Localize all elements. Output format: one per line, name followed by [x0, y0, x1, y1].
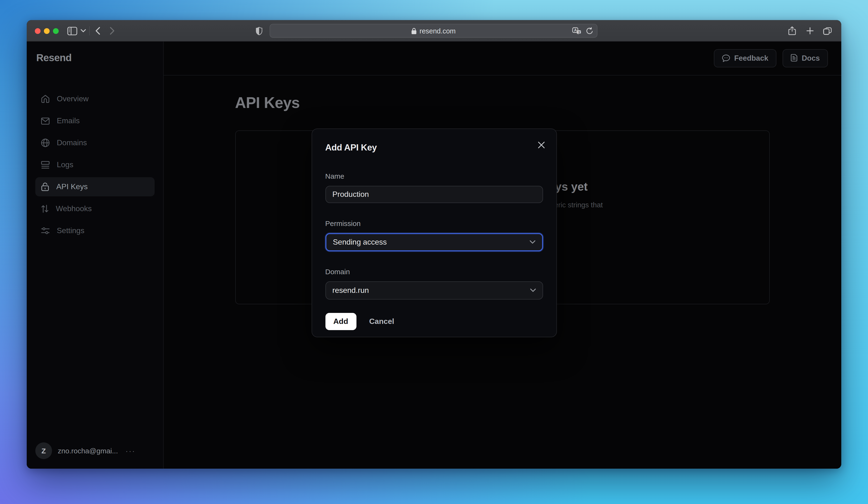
avatar: Z [35, 442, 52, 459]
feedback-button-label: Feedback [734, 54, 768, 63]
sidebar-item-logs[interactable]: Logs [35, 155, 154, 174]
sidebar-toggle-button[interactable] [66, 20, 78, 42]
content-header: Feedback Docs [163, 42, 841, 75]
chevron-down-icon [80, 29, 86, 32]
permission-select-value: Sending access [333, 238, 387, 246]
user-email: zno.rocha@gmai... [58, 447, 118, 455]
modal-title: Add API Key [325, 142, 377, 153]
modal-close-button[interactable] [538, 141, 545, 148]
sidebar-nav: Overview Emails Domains Logs [35, 89, 154, 243]
permission-field-label: Permission [325, 219, 543, 227]
sidebar-item-settings[interactable]: Settings [35, 221, 154, 240]
back-button[interactable] [93, 20, 103, 42]
translate-icon[interactable]: A 文 [572, 27, 581, 34]
sidebar-item-api-keys[interactable]: API Keys [35, 177, 154, 196]
new-tab-button[interactable] [805, 20, 815, 42]
share-button[interactable] [787, 20, 797, 42]
user-menu-ellipsis[interactable]: ··· [125, 447, 135, 455]
desktop: resend.com A 文 [0, 0, 868, 504]
webhooks-icon [41, 204, 49, 213]
globe-icon [41, 139, 50, 147]
home-icon [41, 94, 50, 103]
sidebar-item-label: Settings [57, 226, 84, 235]
domain-field-label: Domain [325, 267, 543, 275]
empty-state-heading-partial: ys yet [555, 180, 588, 193]
settings-icon [41, 227, 50, 234]
chevron-left-icon [95, 27, 100, 35]
tab-group-chevron-button[interactable] [79, 20, 87, 42]
chat-bubble-icon [722, 54, 730, 62]
sidebar-panel-icon [67, 27, 77, 35]
domain-select-value: resend.run [332, 286, 369, 294]
sidebar-item-label: Emails [57, 117, 80, 125]
plus-icon [806, 27, 813, 34]
browser-window: resend.com A 文 [27, 20, 841, 468]
document-icon [791, 54, 797, 62]
permission-select[interactable]: Sending access [325, 233, 543, 251]
privacy-shield-button[interactable] [254, 20, 264, 42]
reload-icon[interactable] [586, 27, 593, 34]
sidebar-item-domains[interactable]: Domains [35, 133, 154, 152]
browser-toolbar: resend.com A 文 [27, 20, 841, 42]
svg-text:A: A [574, 28, 577, 32]
chevron-down-icon [529, 240, 535, 244]
add-api-key-modal: Add API Key Name Permission Sending acce… [311, 128, 557, 337]
close-window-button[interactable] [35, 28, 41, 34]
chevron-down-icon [530, 289, 536, 292]
lock-icon [41, 182, 49, 191]
toolbar-divider [89, 26, 90, 36]
sidebar-item-label: Logs [57, 161, 73, 169]
resend-logo: Resend [36, 52, 72, 63]
name-field-label: Name [325, 172, 543, 180]
logs-icon [41, 161, 50, 169]
cancel-button[interactable]: Cancel [369, 317, 394, 325]
mail-icon [41, 117, 50, 124]
docs-button-label: Docs [802, 54, 820, 63]
zoom-window-button[interactable] [53, 28, 59, 34]
lock-icon [411, 28, 416, 34]
svg-text:文: 文 [578, 31, 581, 34]
name-input[interactable] [325, 185, 543, 203]
sidebar-item-label: Domains [57, 139, 87, 147]
docs-button[interactable]: Docs [783, 49, 828, 67]
chevron-right-icon [110, 27, 114, 35]
sidebar-item-label: Overview [57, 94, 89, 103]
add-button[interactable]: Add [325, 313, 356, 330]
window-controls [35, 28, 59, 34]
forward-button[interactable] [107, 20, 117, 42]
sidebar-item-label: API Keys [56, 182, 88, 191]
minimize-window-button[interactable] [44, 28, 50, 34]
sidebar-item-overview[interactable]: Overview [35, 89, 154, 109]
tab-overview-button[interactable] [822, 20, 833, 42]
user-account[interactable]: Z zno.rocha@gmai... ··· [35, 442, 135, 459]
close-icon [538, 141, 545, 148]
shield-icon [256, 27, 262, 35]
empty-state-description-partial: eric strings that [554, 201, 603, 209]
tabs-icon [823, 27, 832, 34]
share-icon [788, 26, 796, 36]
address-bar[interactable]: resend.com A 文 [270, 24, 597, 38]
feedback-button[interactable]: Feedback [714, 49, 776, 67]
sidebar-item-webhooks[interactable]: Webhooks [35, 199, 154, 218]
sidebar-item-label: Webhooks [56, 204, 92, 213]
sidebar-item-emails[interactable]: Emails [35, 111, 154, 130]
sidebar: Resend Overview Emails Domains [27, 42, 163, 468]
url-text: resend.com [420, 27, 456, 34]
page-title: API Keys [235, 94, 300, 112]
address-bar-content: resend.com [411, 27, 456, 34]
domain-select[interactable]: resend.run [325, 281, 543, 299]
